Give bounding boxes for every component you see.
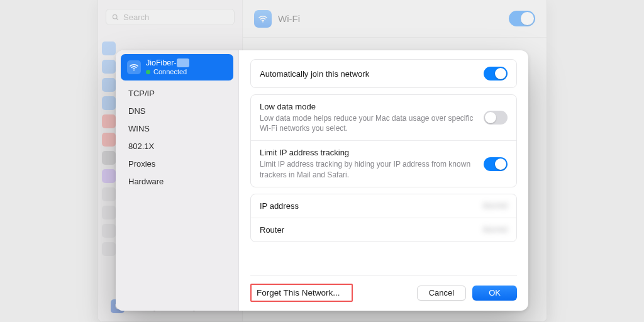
sheet-footer: Forget This Network... Cancel OK [250, 275, 517, 302]
row-title: Automatically join this network [260, 69, 476, 79]
forget-network-button[interactable]: Forget This Network... [250, 284, 353, 302]
ok-button[interactable]: OK [472, 286, 517, 301]
settings-card-2: Low data mode Low data mode helps reduce… [250, 94, 517, 187]
sidebar-tab-tcpip[interactable]: TCP/IP [116, 84, 238, 102]
settings-card-1: Automatically join this network [250, 59, 517, 88]
row-desc: Low data mode helps reduce your Mac data… [260, 113, 474, 133]
sidebar-tab-proxies[interactable]: Proxies [116, 155, 238, 172]
router-value: blurred [457, 225, 508, 234]
sidebar-item-network[interactable]: JioFiber-XX Connected [121, 54, 233, 80]
network-details-sheet: JioFiber-XX Connected TCP/IPDNSWINS802.1… [116, 50, 528, 311]
row-title: Router [260, 225, 450, 235]
sidebar-tab-wins[interactable]: WINS [116, 119, 238, 137]
row-title: IP address [260, 201, 450, 211]
sheet-main: Automatically join this network Low data… [239, 50, 528, 311]
status-dot-icon [146, 70, 150, 74]
sidebar-tab-hardware[interactable]: Hardware [116, 172, 238, 190]
row-title: Low data mode [260, 102, 476, 111]
row-low-data: Low data mode Low data mode helps reduce… [251, 95, 516, 140]
row-limit-ip: Limit IP address tracking Limit IP addre… [251, 140, 516, 186]
ip-address-value: blurred [457, 201, 508, 210]
settings-card-3: IP address blurred Router blurred [250, 194, 517, 242]
svg-point-3 [133, 70, 135, 71]
row-title: Limit IP address tracking [260, 148, 476, 157]
row-ip-address: IP address blurred [251, 194, 516, 218]
row-desc: Limit IP address tracking by hiding your… [260, 159, 474, 179]
sheet-sidebar: JioFiber-XX Connected TCP/IPDNSWINS802.1… [116, 50, 239, 311]
sidebar-tab-8021x[interactable]: 802.1X [116, 137, 238, 155]
limit-ip-toggle[interactable] [484, 157, 508, 171]
cancel-button[interactable]: Cancel [417, 286, 466, 301]
row-router: Router blurred [251, 218, 516, 242]
row-auto-join: Automatically join this network [251, 60, 516, 87]
network-status: Connected [146, 68, 189, 76]
wifi-icon [127, 60, 141, 74]
sidebar-tab-dns[interactable]: DNS [116, 102, 238, 119]
low-data-toggle[interactable] [484, 111, 508, 125]
auto-join-toggle[interactable] [484, 67, 508, 80]
network-ssid: JioFiber-XX [146, 58, 189, 67]
